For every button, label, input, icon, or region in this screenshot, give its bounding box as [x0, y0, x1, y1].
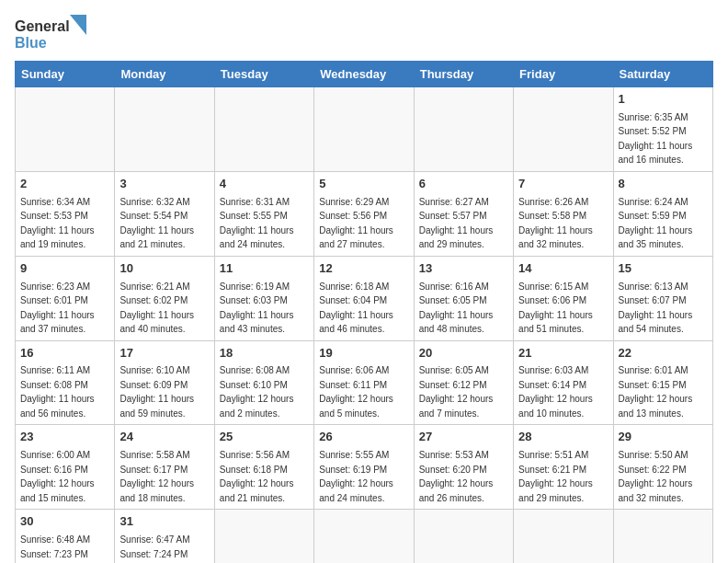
- day-number: 19: [319, 345, 408, 362]
- day-number: 10: [119, 260, 209, 278]
- day-number: 26: [319, 429, 408, 446]
- calendar-cell: 6Sunrise: 6:27 AM Sunset: 5:57 PM Daylig…: [414, 171, 513, 256]
- calendar-cell: 16Sunrise: 6:11 AM Sunset: 6:08 PM Dayli…: [16, 340, 115, 425]
- day-number: 5: [319, 176, 408, 193]
- calendar-cell: 14Sunrise: 6:15 AM Sunset: 6:06 PM Dayli…: [514, 256, 613, 340]
- day-info: Sunrise: 6:34 AM Sunset: 5:53 PM Dayligh…: [20, 197, 95, 250]
- day-number: 18: [220, 345, 309, 362]
- day-info: Sunrise: 6:06 AM Sunset: 6:11 PM Dayligh…: [319, 365, 393, 419]
- calendar-cell: [314, 87, 414, 172]
- day-number: 27: [419, 429, 508, 446]
- day-number: 22: [619, 345, 708, 362]
- calendar-cell: [414, 510, 513, 563]
- logo-svg: GeneralBlue: [15, 15, 88, 52]
- day-number: 4: [220, 176, 309, 193]
- day-number: 2: [20, 176, 109, 193]
- day-info: Sunrise: 6:05 AM Sunset: 6:12 PM Dayligh…: [419, 365, 494, 419]
- day-number: 15: [619, 260, 708, 278]
- calendar-cell: 20Sunrise: 6:05 AM Sunset: 6:12 PM Dayli…: [414, 340, 513, 425]
- logo: GeneralBlue: [15, 15, 88, 52]
- day-info: Sunrise: 6:26 AM Sunset: 5:58 PM Dayligh…: [518, 197, 593, 250]
- calendar-week-1: 1Sunrise: 6:35 AM Sunset: 5:52 PM Daylig…: [16, 87, 713, 172]
- day-number: 6: [419, 176, 508, 193]
- calendar-cell: 17Sunrise: 6:10 AM Sunset: 6:09 PM Dayli…: [115, 340, 214, 425]
- calendar-cell: [214, 510, 313, 563]
- day-number: 1: [619, 91, 708, 109]
- day-number: 25: [220, 429, 309, 446]
- calendar-cell: [314, 510, 414, 563]
- day-number: 8: [619, 176, 708, 193]
- calendar-cell: 10Sunrise: 6:21 AM Sunset: 6:02 PM Dayli…: [115, 256, 214, 340]
- day-info: Sunrise: 6:10 AM Sunset: 6:09 PM Dayligh…: [119, 365, 194, 419]
- calendar-cell: 22Sunrise: 6:01 AM Sunset: 6:15 PM Dayli…: [613, 340, 712, 425]
- day-info: Sunrise: 5:56 AM Sunset: 6:18 PM Dayligh…: [220, 450, 294, 503]
- svg-text:General: General: [15, 18, 70, 34]
- calendar-cell: 11Sunrise: 6:19 AM Sunset: 6:03 PM Dayli…: [214, 256, 313, 340]
- day-number: 30: [20, 513, 109, 531]
- day-header-friday: Friday: [514, 62, 613, 87]
- calendar-cell: 21Sunrise: 6:03 AM Sunset: 6:14 PM Dayli…: [514, 340, 613, 425]
- calendar-cell: 23Sunrise: 6:00 AM Sunset: 6:16 PM Dayli…: [16, 425, 115, 510]
- day-header-wednesday: Wednesday: [314, 62, 414, 87]
- calendar-cell: [214, 87, 313, 172]
- day-info: Sunrise: 6:08 AM Sunset: 6:10 PM Dayligh…: [220, 365, 294, 419]
- day-info: Sunrise: 6:00 AM Sunset: 6:16 PM Dayligh…: [20, 450, 95, 503]
- calendar-cell: [613, 510, 712, 563]
- day-info: Sunrise: 6:21 AM Sunset: 6:02 PM Dayligh…: [119, 282, 194, 335]
- day-info: Sunrise: 6:16 AM Sunset: 6:05 PM Dayligh…: [419, 282, 494, 335]
- day-info: Sunrise: 6:24 AM Sunset: 5:59 PM Dayligh…: [619, 197, 693, 250]
- calendar-cell: 25Sunrise: 5:56 AM Sunset: 6:18 PM Dayli…: [214, 425, 313, 510]
- calendar-week-2: 2Sunrise: 6:34 AM Sunset: 5:53 PM Daylig…: [16, 171, 713, 256]
- day-number: 11: [220, 260, 309, 278]
- day-info: Sunrise: 6:18 AM Sunset: 6:04 PM Dayligh…: [319, 282, 393, 335]
- day-number: 28: [518, 429, 608, 446]
- day-info: Sunrise: 6:32 AM Sunset: 5:54 PM Dayligh…: [119, 197, 194, 250]
- page-header: GeneralBlue: [15, 15, 713, 52]
- calendar-cell: [16, 87, 115, 172]
- calendar-cell: 18Sunrise: 6:08 AM Sunset: 6:10 PM Dayli…: [214, 340, 313, 425]
- calendar-week-4: 16Sunrise: 6:11 AM Sunset: 6:08 PM Dayli…: [16, 340, 713, 425]
- day-info: Sunrise: 6:01 AM Sunset: 6:15 PM Dayligh…: [619, 365, 693, 419]
- calendar-cell: 31Sunrise: 6:47 AM Sunset: 7:24 PM Dayli…: [115, 510, 214, 563]
- day-info: Sunrise: 6:11 AM Sunset: 6:08 PM Dayligh…: [20, 365, 95, 419]
- calendar-cell: [514, 510, 613, 563]
- day-number: 23: [20, 429, 109, 446]
- calendar-cell: 24Sunrise: 5:58 AM Sunset: 6:17 PM Dayli…: [115, 425, 214, 510]
- day-info: Sunrise: 5:58 AM Sunset: 6:17 PM Dayligh…: [119, 450, 194, 503]
- day-number: 20: [419, 345, 508, 362]
- calendar-cell: 26Sunrise: 5:55 AM Sunset: 6:19 PM Dayli…: [314, 425, 414, 510]
- calendar-cell: 9Sunrise: 6:23 AM Sunset: 6:01 PM Daylig…: [16, 256, 115, 340]
- day-info: Sunrise: 6:15 AM Sunset: 6:06 PM Dayligh…: [518, 282, 593, 335]
- day-number: 12: [319, 260, 408, 278]
- calendar-header-row: SundayMondayTuesdayWednesdayThursdayFrid…: [16, 62, 713, 87]
- calendar-cell: 19Sunrise: 6:06 AM Sunset: 6:11 PM Dayli…: [314, 340, 414, 425]
- day-info: Sunrise: 5:53 AM Sunset: 6:20 PM Dayligh…: [419, 450, 494, 503]
- calendar-cell: 2Sunrise: 6:34 AM Sunset: 5:53 PM Daylig…: [16, 171, 115, 256]
- calendar-cell: [414, 87, 513, 172]
- day-info: Sunrise: 6:13 AM Sunset: 6:07 PM Dayligh…: [619, 282, 693, 335]
- calendar-cell: 28Sunrise: 5:51 AM Sunset: 6:21 PM Dayli…: [514, 425, 613, 510]
- day-info: Sunrise: 6:48 AM Sunset: 7:23 PM Dayligh…: [20, 534, 95, 563]
- day-number: 13: [419, 260, 508, 278]
- day-info: Sunrise: 6:29 AM Sunset: 5:56 PM Dayligh…: [319, 197, 393, 250]
- calendar-cell: 7Sunrise: 6:26 AM Sunset: 5:58 PM Daylig…: [514, 171, 613, 256]
- calendar-week-6: 30Sunrise: 6:48 AM Sunset: 7:23 PM Dayli…: [16, 510, 713, 563]
- day-number: 16: [20, 345, 109, 362]
- svg-text:Blue: Blue: [15, 35, 47, 51]
- day-number: 9: [20, 260, 109, 278]
- day-info: Sunrise: 5:51 AM Sunset: 6:21 PM Dayligh…: [518, 450, 593, 503]
- day-header-sunday: Sunday: [16, 62, 115, 87]
- calendar-cell: 3Sunrise: 6:32 AM Sunset: 5:54 PM Daylig…: [115, 171, 214, 256]
- day-info: Sunrise: 6:03 AM Sunset: 6:14 PM Dayligh…: [518, 365, 593, 419]
- day-info: Sunrise: 5:55 AM Sunset: 6:19 PM Dayligh…: [319, 450, 393, 503]
- day-info: Sunrise: 6:31 AM Sunset: 5:55 PM Dayligh…: [220, 197, 294, 250]
- day-info: Sunrise: 5:50 AM Sunset: 6:22 PM Dayligh…: [619, 450, 693, 503]
- calendar-table: SundayMondayTuesdayWednesdayThursdayFrid…: [15, 61, 713, 563]
- day-number: 14: [518, 260, 608, 278]
- day-number: 17: [119, 345, 209, 362]
- day-number: 3: [119, 176, 209, 193]
- day-header-monday: Monday: [115, 62, 214, 87]
- day-info: Sunrise: 6:35 AM Sunset: 5:52 PM Dayligh…: [619, 112, 693, 166]
- calendar-week-5: 23Sunrise: 6:00 AM Sunset: 6:16 PM Dayli…: [16, 425, 713, 510]
- day-info: Sunrise: 6:47 AM Sunset: 7:24 PM Dayligh…: [119, 534, 194, 563]
